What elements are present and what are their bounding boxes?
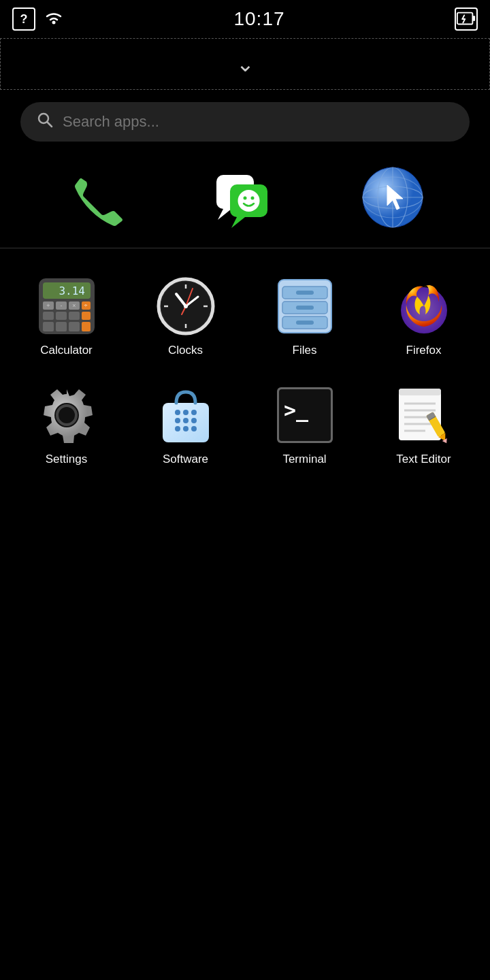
- calculator-label: Calculator: [40, 344, 93, 357]
- battery-icon: [455, 7, 478, 31]
- svg-rect-54: [296, 291, 314, 295]
- chevron-down-icon: ⌄: [236, 51, 255, 77]
- software-icon-wrap: [155, 385, 216, 446]
- svg-text:×: ×: [72, 302, 76, 309]
- settings-icon-wrap: [36, 385, 97, 446]
- svg-text:>_: >_: [284, 398, 309, 422]
- files-label: Files: [293, 344, 317, 357]
- svg-point-13: [250, 197, 254, 200]
- status-right-icons: [455, 7, 478, 31]
- app-icon-phone[interactable]: [63, 167, 125, 228]
- clocks-label: Clocks: [168, 344, 203, 357]
- svg-point-68: [191, 426, 197, 431]
- status-left-icons: ?: [12, 7, 64, 31]
- search-bar-wrap: [0, 90, 490, 157]
- svg-marker-9: [218, 209, 231, 220]
- svg-point-67: [183, 426, 189, 431]
- svg-point-11: [238, 190, 259, 212]
- svg-text:+: +: [46, 302, 50, 309]
- app-icon-chatbot[interactable]: [211, 167, 272, 228]
- files-icon-wrap: [274, 276, 336, 337]
- svg-point-12: [243, 197, 246, 200]
- texteditor-icon-wrap: [393, 385, 455, 446]
- svg-marker-14: [231, 217, 245, 228]
- svg-rect-34: [56, 322, 67, 331]
- software-label: Software: [163, 453, 208, 466]
- clocks-icon-wrap: [155, 276, 216, 337]
- chevron-area[interactable]: ⌄: [0, 38, 490, 90]
- svg-rect-35: [69, 322, 80, 331]
- app-item-clocks[interactable]: Clocks: [126, 262, 245, 371]
- wifi-icon: [44, 9, 64, 29]
- top-apps-row: [0, 157, 490, 248]
- svg-rect-29: [43, 312, 54, 320]
- firefox-icon-wrap: [393, 276, 455, 337]
- texteditor-label: Text Editor: [396, 453, 451, 466]
- firefox-label: Firefox: [406, 344, 442, 357]
- svg-point-66: [175, 426, 180, 431]
- svg-rect-58: [296, 321, 314, 325]
- svg-point-64: [183, 418, 189, 423]
- svg-rect-56: [296, 306, 314, 310]
- status-time: 10:17: [233, 8, 284, 30]
- svg-rect-32: [82, 312, 91, 320]
- svg-rect-2: [472, 16, 475, 21]
- svg-point-63: [175, 418, 180, 423]
- svg-text:3.14: 3.14: [59, 284, 85, 297]
- app-item-software[interactable]: Software: [126, 371, 245, 480]
- search-icon: [37, 112, 53, 132]
- svg-point-70: [183, 410, 189, 415]
- app-item-settings[interactable]: Settings: [7, 371, 126, 480]
- search-input[interactable]: [63, 113, 453, 131]
- svg-text:-: -: [60, 302, 62, 309]
- question-icon: ?: [12, 7, 35, 31]
- svg-rect-31: [69, 312, 80, 320]
- settings-label: Settings: [46, 453, 87, 466]
- svg-rect-76: [399, 389, 441, 395]
- app-item-texteditor[interactable]: Text Editor: [364, 371, 483, 480]
- svg-point-51: [184, 304, 188, 308]
- app-item-files[interactable]: Files: [245, 262, 364, 371]
- svg-rect-33: [43, 322, 54, 331]
- terminal-icon-wrap: >_: [274, 385, 336, 446]
- app-item-terminal[interactable]: >_ Terminal: [245, 371, 364, 480]
- app-item-calculator[interactable]: 3.14 + - × ÷: [7, 262, 126, 371]
- svg-text:÷: ÷: [84, 302, 87, 309]
- svg-rect-36: [82, 322, 91, 331]
- app-icon-browser[interactable]: [359, 163, 427, 231]
- svg-point-0: [52, 21, 56, 24]
- svg-line-7: [48, 122, 52, 127]
- terminal-label: Terminal: [282, 453, 326, 466]
- app-grid: 3.14 + - × ÷: [0, 248, 490, 487]
- status-bar: ? 10:17: [0, 0, 490, 38]
- svg-point-65: [191, 418, 197, 423]
- search-bar[interactable]: [20, 102, 470, 142]
- svg-point-71: [191, 410, 197, 415]
- svg-point-69: [175, 410, 180, 415]
- app-item-firefox[interactable]: Firefox: [364, 262, 483, 371]
- svg-rect-30: [56, 312, 67, 320]
- calculator-icon-wrap: 3.14 + - × ÷: [36, 276, 97, 337]
